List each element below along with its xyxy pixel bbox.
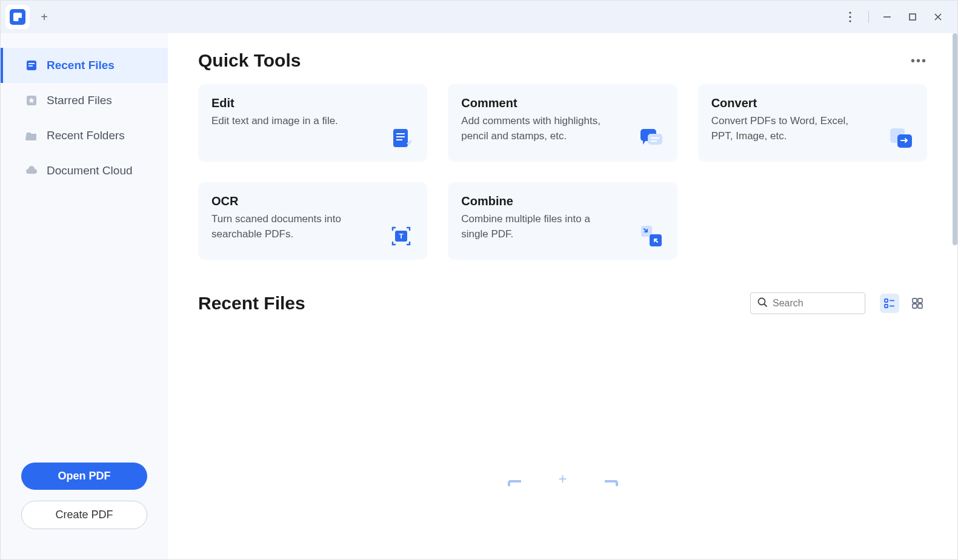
ocr-icon: T	[388, 223, 414, 249]
svg-line-27	[765, 305, 767, 307]
recent-files-title: Recent Files	[198, 293, 305, 314]
tool-card-ocr[interactable]: OCR Turn scaned documents into searchabl…	[198, 182, 427, 260]
tool-card-edit[interactable]: Edit Edit text and image in a file.	[198, 84, 427, 162]
svg-rect-12	[393, 129, 408, 147]
tool-title: OCR	[211, 194, 414, 208]
list-view-toggle[interactable]	[880, 294, 899, 313]
edit-icon	[388, 125, 414, 151]
svg-rect-17	[648, 134, 662, 145]
search-icon	[757, 297, 768, 310]
recent-icon	[25, 59, 38, 72]
svg-rect-35	[918, 304, 922, 308]
star-icon	[25, 94, 38, 107]
app-menu-button[interactable]	[843, 10, 857, 24]
sidebar-item-label: Recent Folders	[47, 129, 125, 142]
svg-rect-18	[651, 137, 659, 139]
combine-icon	[639, 223, 664, 249]
svg-point-26	[759, 298, 765, 305]
svg-point-2	[849, 20, 851, 22]
svg-rect-14	[396, 136, 405, 137]
create-pdf-button[interactable]: Create PDF	[21, 501, 147, 529]
tool-title: Combine	[461, 194, 664, 208]
quick-tools-more-button[interactable]: •••	[911, 54, 927, 68]
svg-rect-4	[910, 14, 916, 20]
svg-rect-19	[651, 140, 657, 142]
recent-files-drop-area[interactable]: +	[198, 326, 927, 496]
sidebar-item-label: Recent Files	[47, 59, 115, 72]
folder-icon	[25, 129, 38, 142]
sidebar-item-label: Document Cloud	[47, 164, 133, 177]
svg-rect-34	[913, 304, 917, 308]
close-button[interactable]	[931, 10, 945, 24]
titlebar: +	[1, 1, 957, 33]
sidebar-item-label: Starred Files	[47, 94, 112, 107]
tool-desc: Add comments with highlights, pencil and…	[461, 114, 607, 143]
tool-desc: Edit text and image in a file.	[211, 114, 358, 129]
tool-title: Convert	[711, 96, 914, 110]
minimize-button[interactable]	[880, 10, 894, 24]
scrollbar[interactable]	[953, 33, 957, 245]
svg-rect-13	[396, 133, 405, 134]
tool-desc: Convert PDFs to Word, Excel, PPT, Image,…	[711, 114, 857, 143]
drop-hint: +	[507, 479, 617, 496]
plus-icon: +	[558, 470, 567, 487]
search-box[interactable]	[750, 292, 865, 314]
tool-desc: Combine multiple files into a single PDF…	[461, 212, 607, 242]
svg-rect-15	[396, 139, 402, 140]
tool-title: Edit	[211, 96, 414, 110]
tool-title: Comment	[461, 96, 664, 110]
svg-rect-9	[28, 65, 33, 67]
svg-point-0	[849, 12, 851, 13]
grid-view-toggle[interactable]	[908, 294, 927, 313]
quick-tools-title: Quick Tools	[198, 50, 301, 71]
tool-card-convert[interactable]: Convert Convert PDFs to Word, Excel, PPT…	[698, 84, 927, 162]
tool-desc: Turn scaned documents into searchable PD…	[211, 212, 358, 242]
main-content: Quick Tools ••• Edit Edit text and image…	[168, 33, 957, 559]
app-logo[interactable]	[5, 5, 30, 29]
sidebar-item-recent-folders[interactable]: Recent Folders	[1, 118, 168, 153]
tool-card-combine[interactable]: Combine Combine multiple files into a si…	[448, 182, 677, 260]
open-pdf-button[interactable]: Open PDF	[21, 463, 147, 490]
svg-point-1	[849, 16, 851, 18]
sidebar-item-starred-files[interactable]: Starred Files	[1, 83, 168, 118]
convert-icon	[888, 125, 914, 151]
svg-rect-30	[885, 305, 888, 308]
search-input[interactable]	[773, 298, 859, 309]
svg-rect-28	[885, 299, 888, 302]
comment-icon	[639, 125, 664, 151]
svg-text:T: T	[399, 232, 404, 240]
svg-rect-32	[913, 298, 917, 303]
maximize-button[interactable]	[905, 10, 920, 24]
cloud-icon	[25, 164, 38, 177]
sidebar-item-recent-files[interactable]: Recent Files	[1, 48, 168, 83]
new-tab-button[interactable]: +	[35, 7, 54, 27]
sidebar-item-document-cloud[interactable]: Document Cloud	[1, 153, 168, 188]
svg-rect-33	[918, 298, 922, 303]
sidebar: Recent Files Starred Files Recent Folder…	[1, 33, 168, 559]
divider	[868, 11, 869, 23]
tool-card-comment[interactable]: Comment Add comments with highlights, pe…	[448, 84, 677, 162]
svg-rect-8	[28, 63, 35, 64]
